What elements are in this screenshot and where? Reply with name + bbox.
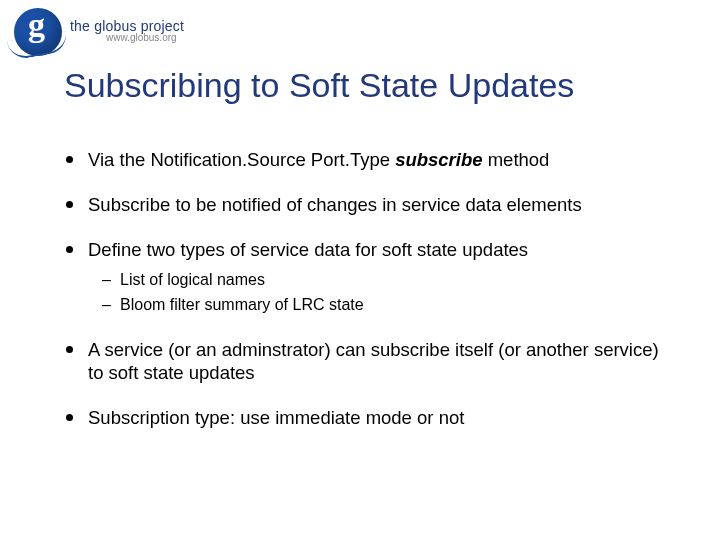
bullet-3: Define two types of service data for sof…	[64, 238, 672, 315]
slide-title: Subscribing to Soft State Updates	[64, 66, 692, 105]
bullet-2: Subscribe to be notified of changes in s…	[64, 193, 672, 216]
bullet-1: Via the Notification.Source Port.Type su…	[64, 148, 672, 171]
logo-text-block: the globus project www.globus.org	[70, 18, 184, 43]
bullet-1-pre: Via the Notification.Source Port.Type	[88, 149, 395, 170]
bullet-4: A service (or an adminstrator) can subsc…	[64, 338, 672, 384]
bullet-1-post: method	[483, 149, 550, 170]
sub-bullet-1: List of logical names	[102, 269, 672, 291]
globus-mark-icon	[14, 8, 62, 56]
globus-swoosh-icon	[7, 31, 70, 61]
globus-logo: the globus project www.globus.org	[14, 8, 184, 56]
slide: the globus project www.globus.org Subscr…	[0, 0, 720, 540]
bullet-3-text: Define two types of service data for sof…	[88, 239, 528, 260]
logo-url: www.globus.org	[106, 32, 184, 43]
sub-bullet-list: List of logical names Bloom filter summa…	[102, 269, 672, 315]
bullet-5: Subscription type: use immediate mode or…	[64, 406, 672, 429]
sub-bullet-2: Bloom filter summary of LRC state	[102, 294, 672, 316]
bullet-1-keyword: subscribe	[395, 149, 482, 170]
slide-body: Via the Notification.Source Port.Type su…	[64, 148, 672, 451]
bullet-list: Via the Notification.Source Port.Type su…	[64, 148, 672, 429]
